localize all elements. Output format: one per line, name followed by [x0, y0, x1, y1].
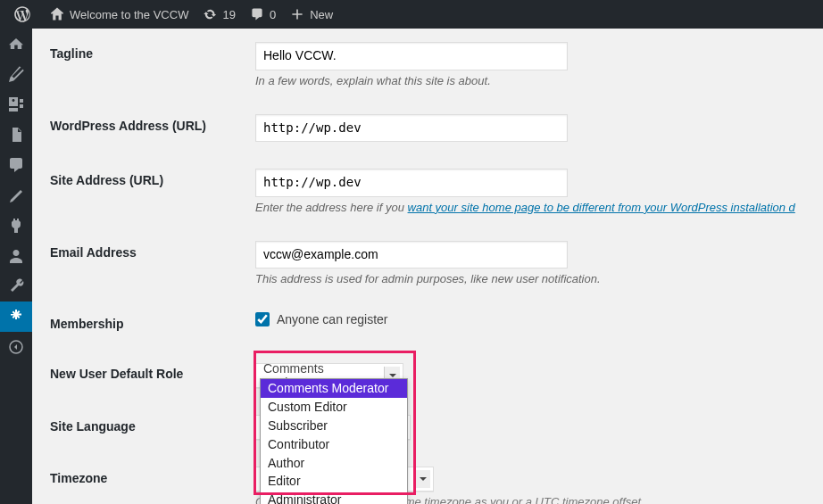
membership-label: Membership — [50, 299, 246, 349]
default-role-label: New User Default Role — [50, 349, 246, 401]
site-address-input[interactable] — [255, 169, 568, 197]
tagline-input[interactable] — [255, 42, 568, 70]
comments-link[interactable]: 0 — [243, 0, 283, 29]
menu-collapse[interactable] — [0, 332, 32, 362]
role-option[interactable]: Custom Editor — [261, 398, 407, 417]
wordpress-icon — [14, 6, 30, 22]
chevron-down-icon — [414, 470, 430, 488]
menu-tools[interactable] — [0, 271, 32, 302]
comments-count: 0 — [270, 8, 276, 21]
menu-pages[interactable] — [0, 120, 32, 150]
new-label: New — [310, 8, 333, 21]
wp-logo[interactable] — [7, 0, 43, 29]
menu-settings[interactable] — [0, 302, 32, 332]
updates-link[interactable]: 19 — [195, 0, 242, 29]
email-input[interactable] — [255, 241, 568, 269]
comment-icon — [250, 7, 264, 21]
role-option[interactable]: Administrator — [261, 491, 407, 504]
tagline-description: In a few words, explain what this site i… — [255, 74, 796, 87]
site-title-text: Welcome to the VCCW — [70, 8, 188, 21]
tagline-label: Tagline — [50, 29, 246, 101]
menu-posts[interactable] — [0, 59, 32, 89]
timezone-label: Timezone — [50, 453, 246, 504]
membership-checkbox-text: Anyone can register — [277, 312, 388, 326]
settings-form-table: Tagline In a few words, explain what thi… — [50, 29, 805, 504]
menu-appearance[interactable] — [0, 180, 32, 211]
email-label: Email Address — [50, 227, 246, 300]
membership-checkbox-label[interactable]: Anyone can register — [255, 312, 388, 326]
wp-address-label: WordPress Address (URL) — [50, 101, 246, 156]
home-icon — [50, 7, 64, 21]
membership-checkbox[interactable] — [255, 312, 270, 326]
site-address-label: Site Address (URL) — [50, 155, 246, 227]
update-icon — [203, 7, 217, 21]
menu-plugins[interactable] — [0, 211, 32, 241]
site-name-link[interactable]: Welcome to the VCCW — [43, 0, 195, 29]
site-language-label: Site Language — [50, 401, 246, 453]
settings-general-page: Tagline In a few words, explain what thi… — [32, 29, 823, 504]
role-option[interactable]: Author — [261, 454, 407, 473]
menu-media[interactable] — [0, 89, 32, 120]
menu-dashboard[interactable] — [0, 29, 32, 59]
updates-count: 19 — [222, 8, 235, 21]
admin-menu — [0, 29, 32, 504]
role-option[interactable]: Comments Moderator — [261, 379, 407, 398]
site-address-description: Enter the address here if you want your … — [255, 201, 796, 214]
admin-toolbar: Welcome to the VCCW 19 0 New — [0, 0, 823, 29]
menu-comments[interactable] — [0, 150, 32, 180]
wp-address-input[interactable] — [255, 114, 568, 143]
default-role-dropdown[interactable]: Comments ModeratorCustom EditorSubscribe… — [260, 378, 408, 504]
plus-icon — [290, 7, 304, 21]
site-address-help-link[interactable]: want your site home page to be different… — [408, 201, 795, 214]
role-option[interactable]: Editor — [261, 472, 407, 491]
new-content-link[interactable]: New — [283, 0, 340, 29]
role-option[interactable]: Subscriber — [261, 417, 407, 435]
menu-users[interactable] — [0, 241, 32, 271]
role-option[interactable]: Contributor — [261, 435, 407, 454]
email-description: This address is used for admin purposes,… — [255, 272, 796, 285]
